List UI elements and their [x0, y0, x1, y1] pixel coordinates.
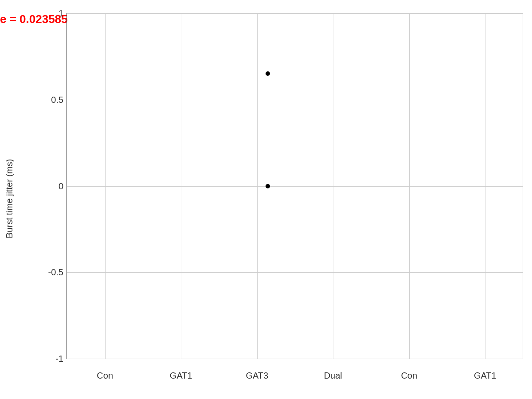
y-tick-m05: -0.5 [48, 267, 63, 278]
data-point-gat3-065 [266, 71, 270, 76]
y-axis-title: Burst time jitter (ms) [4, 159, 27, 239]
chart-container: e = 0.023585 Burst time jitter (ms) 1 0.… [0, 0, 532, 399]
y-tick-1: 1 [59, 8, 63, 19]
x-label-gat1-2: GAT1 [474, 371, 497, 381]
grid-line-x1 [181, 13, 181, 359]
grid-line-y05 [67, 100, 523, 100]
data-point-gat3-zero [266, 184, 270, 188]
grid-line-x4 [409, 13, 410, 359]
grid-line-x0 [105, 13, 106, 359]
grid-line-y1 [67, 13, 523, 14]
grid-line-ym1 [67, 359, 523, 359]
grid-line-ym05 [67, 272, 523, 273]
x-label-con1: Con [97, 371, 113, 381]
pvalue-annotation: e = 0.023585 [0, 12, 68, 26]
grid-line-x5 [485, 13, 485, 359]
x-label-gat3: GAT3 [246, 371, 268, 381]
grid-line-x3 [333, 13, 333, 359]
y-tick-0: 0 [59, 181, 63, 191]
chart-plot-area: 1 0.5 0 -0.5 -1 Con GAT1 GAT3 Dual Con [66, 13, 523, 359]
grid-line-y0 [67, 186, 523, 187]
y-tick-05: 0.5 [51, 94, 63, 105]
y-tick-m1: -1 [55, 354, 63, 364]
x-label-dual: Dual [324, 371, 342, 381]
grid-line-x2 [257, 13, 258, 359]
x-label-con2: Con [401, 371, 417, 381]
pvalue-text: e = 0.023585 [0, 12, 68, 26]
x-label-gat1-1: GAT1 [170, 371, 192, 381]
